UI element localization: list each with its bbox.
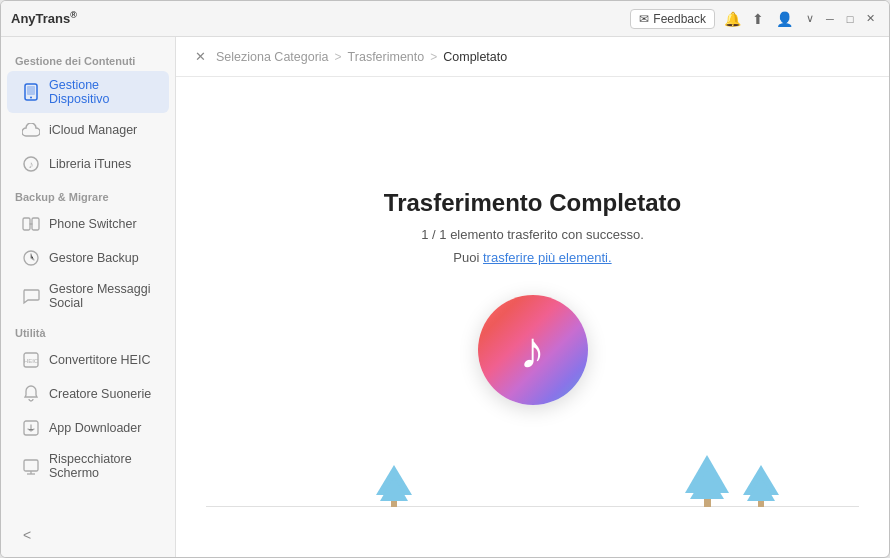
sidebar-item-gestione-dispositivo[interactable]: Gestione Dispositivo: [7, 71, 169, 113]
breadcrumb: ✕ Seleziona Categoria > Trasferimento > …: [176, 37, 889, 77]
tree-right-2: [743, 465, 779, 507]
breadcrumb-sep-2: >: [430, 50, 437, 64]
sidebar-item-label: Convertitore HEIC: [49, 353, 150, 367]
upload-icon[interactable]: ⬆: [749, 10, 767, 28]
sidebar-item-heic[interactable]: HEIC Convertitore HEIC: [7, 343, 169, 377]
sidebar-item-label: Phone Switcher: [49, 217, 137, 231]
cloud-icon: [21, 120, 41, 140]
breadcrumb-item-3: Completato: [443, 50, 507, 64]
main-layout: Gestione dei Contenuti Gestione Disposit…: [1, 37, 889, 557]
music-icon: ♪: [21, 154, 41, 174]
tree-top-right2: [743, 465, 779, 495]
sidebar-item-app-downloader[interactable]: App Downloader: [7, 411, 169, 445]
svg-rect-6: [32, 218, 39, 230]
music-note-icon: ♪: [520, 324, 546, 376]
titlebar: AnyTrans® ✉ Feedback 🔔 ⬆ 👤 ∨ ─ □ ✕: [1, 1, 889, 37]
sidebar-item-label: Gestore Messaggi Social: [49, 282, 155, 310]
feedback-mail-icon: ✉: [639, 12, 649, 26]
sidebar-item-label: Creatore Suonerie: [49, 387, 151, 401]
transfer-more-link[interactable]: trasferire più elementi.: [483, 250, 612, 265]
collapse-sidebar-button[interactable]: <: [15, 523, 39, 547]
bell-icon[interactable]: 🔔: [723, 10, 741, 28]
window-controls: ∨ ─ □ ✕: [801, 10, 879, 28]
sidebar-section-backup: Backup & Migrare: [1, 181, 175, 207]
mirror-icon: [21, 456, 41, 476]
sidebar-item-label: Libreria iTunes: [49, 157, 131, 171]
content-area: ✕ Seleziona Categoria > Trasferimento > …: [176, 37, 889, 557]
breadcrumb-item-2: Trasferimento: [348, 50, 425, 64]
tree-left: [376, 465, 412, 507]
sidebar-section-content: Gestione dei Contenuti: [1, 45, 175, 71]
svg-text:♪: ♪: [29, 159, 34, 170]
transfer-more-prefix: Puoi: [453, 250, 483, 265]
phone-switch-icon: [21, 214, 41, 234]
tree-top-left: [376, 465, 412, 495]
sidebar-item-phone-switcher[interactable]: Phone Switcher: [7, 207, 169, 241]
maximize-button[interactable]: □: [841, 10, 859, 28]
sidebar-item-suonerie[interactable]: Creatore Suonerie: [7, 377, 169, 411]
svg-text:HEIC: HEIC: [24, 358, 39, 364]
tree-right-1: [685, 455, 729, 507]
sidebar-item-icloud[interactable]: iCloud Manager: [7, 113, 169, 147]
svg-rect-11: [24, 460, 38, 471]
device-icon: [21, 82, 41, 102]
titlebar-right: ✉ Feedback 🔔 ⬆ 👤 ∨ ─ □ ✕: [630, 9, 879, 29]
chevron-down-button[interactable]: ∨: [801, 10, 819, 28]
sidebar-item-label: Rispecchiatore Schermo: [49, 452, 155, 480]
breadcrumb-sep-1: >: [335, 50, 342, 64]
sidebar-item-label: App Downloader: [49, 421, 141, 435]
feedback-label: Feedback: [653, 12, 706, 26]
sidebar-item-itunes[interactable]: ♪ Libreria iTunes: [7, 147, 169, 181]
music-app-icon: ♪: [478, 295, 588, 405]
breadcrumb-item-1: Seleziona Categoria: [216, 50, 329, 64]
backup-icon: [21, 248, 41, 268]
app-window: AnyTrans® ✉ Feedback 🔔 ⬆ 👤 ∨ ─ □ ✕ Gesti…: [0, 0, 890, 558]
message-icon: [21, 286, 41, 306]
tree-top-right1: [685, 455, 729, 493]
sidebar-item-label: iCloud Manager: [49, 123, 137, 137]
transfer-more-text: Puoi trasferire più elementi.: [453, 250, 611, 265]
bell-sidebar-icon: [21, 384, 41, 404]
main-content-area: Trasferimento Completato 1 / 1 elemento …: [176, 77, 889, 557]
close-button[interactable]: ✕: [861, 10, 879, 28]
sidebar-item-messaggi[interactable]: Gestore Messaggi Social: [7, 275, 169, 317]
sidebar-item-rispecchiatore[interactable]: Rispecchiatore Schermo: [7, 445, 169, 487]
sidebar-item-label: Gestore Backup: [49, 251, 139, 265]
sidebar: Gestione dei Contenuti Gestione Disposit…: [1, 37, 176, 557]
feedback-button[interactable]: ✉ Feedback: [630, 9, 715, 29]
app-title-tm: ®: [70, 10, 77, 20]
heic-icon: HEIC: [21, 350, 41, 370]
breadcrumb-close-button[interactable]: ✕: [190, 47, 210, 67]
sidebar-item-label: Gestione Dispositivo: [49, 78, 155, 106]
scenery: [176, 437, 889, 557]
success-subtitle: 1 / 1 elemento trasferito con successo.: [421, 227, 644, 242]
sidebar-section-utilita: Utilità: [1, 317, 175, 343]
minimize-button[interactable]: ─: [821, 10, 839, 28]
success-title: Trasferimento Completato: [384, 189, 681, 217]
sidebar-bottom: <: [1, 513, 175, 557]
sidebar-item-backup[interactable]: Gestore Backup: [7, 241, 169, 275]
svg-rect-5: [23, 218, 30, 230]
svg-point-2: [30, 97, 32, 99]
titlebar-left: AnyTrans®: [11, 10, 77, 26]
download-icon: [21, 418, 41, 438]
svg-rect-1: [27, 86, 35, 95]
app-title: AnyTrans®: [11, 10, 77, 26]
user-icon[interactable]: 👤: [775, 10, 793, 28]
